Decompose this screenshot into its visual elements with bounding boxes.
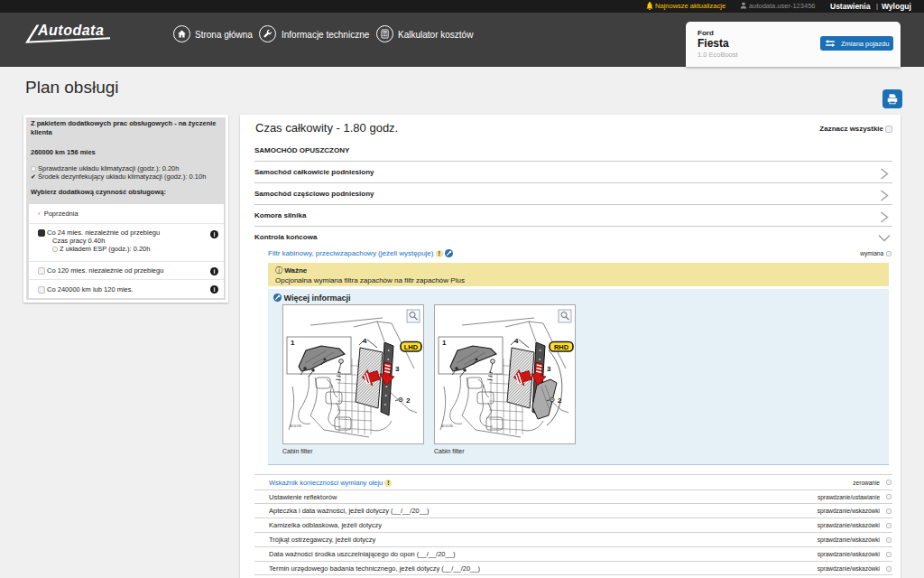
- svg-text:3: 3: [395, 365, 400, 373]
- svg-text:4: 4: [514, 337, 519, 345]
- svg-text:LHD: LHD: [404, 343, 419, 351]
- svg-text:RHD: RHD: [554, 343, 569, 351]
- svg-text:AD5619B: AD5619B: [290, 424, 301, 428]
- svg-text:1: 1: [442, 339, 447, 347]
- svg-text:4: 4: [363, 337, 367, 345]
- svg-text:2: 2: [406, 396, 411, 405]
- svg-text:1: 1: [291, 339, 295, 347]
- svg-text:Autodata: Autodata: [37, 23, 104, 38]
- svg-text:AD5619B: AD5619B: [441, 424, 453, 428]
- svg-text:2: 2: [558, 396, 562, 405]
- svg-text:3: 3: [547, 365, 551, 373]
